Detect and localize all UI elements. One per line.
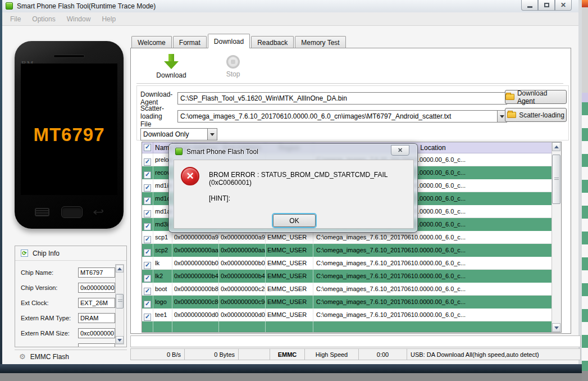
scroll-thumb[interactable] — [552, 155, 560, 204]
cell-checkbox[interactable] — [142, 296, 153, 309]
cell-location: C:\omega_images_7.6.10_20170610.0000.00_… — [313, 309, 552, 321]
scatter-file-input[interactable]: C:\omega_images_7.6.10_20170610.0000.00_… — [177, 110, 498, 123]
column-header-checkbox[interactable] — [142, 142, 153, 153]
cell-checkbox[interactable] — [142, 257, 153, 269]
mode-select[interactable]: Download Only — [140, 128, 208, 140]
tab-welcome[interactable]: Welcome — [131, 36, 172, 48]
cell-begin-address — [172, 321, 219, 333]
stop-button[interactable]: Stop — [211, 54, 256, 78]
chip-field-label: Chip Version: — [21, 284, 78, 291]
chip-field-value: 0xc0000000 — [78, 328, 115, 338]
cell-checkbox[interactable] — [142, 179, 153, 192]
chip-info-scrollbar[interactable] — [115, 264, 124, 344]
menu-item-help[interactable]: Help — [96, 15, 121, 23]
table-scrollbar[interactable] — [551, 142, 561, 332]
status-cell — [239, 349, 270, 360]
dialog-close-button[interactable]: ✕ — [391, 145, 409, 156]
phone-menu-icon — [35, 208, 49, 216]
ok-button[interactable]: OK — [273, 214, 316, 227]
titlebar[interactable]: Smart Phone Flash Tool(Runtime Trace Mod… — [2, 0, 578, 12]
cell-location: C:\omega_images_7.6.10_20170610.0000.00_… — [313, 244, 552, 257]
emmc-flash-section[interactable]: ⚙ EMMC Flash — [15, 350, 127, 363]
row-checkbox[interactable] — [144, 184, 151, 192]
chip-field-value: MT6797 — [78, 267, 115, 278]
phone-back-icon: ↩ — [93, 206, 104, 217]
cell-begin-address: 0x000000000c800000 — [172, 296, 219, 309]
row-checkbox[interactable] — [144, 275, 151, 282]
row-checkbox[interactable] — [144, 301, 151, 308]
download-button[interactable]: Download — [149, 54, 194, 79]
row-checkbox[interactable] — [144, 197, 151, 205]
cell-checkbox[interactable] — [142, 270, 153, 283]
scroll-up-button[interactable] — [116, 265, 124, 273]
menubar: FileOptionsWindowHelp — [2, 12, 578, 26]
close-button[interactable]: ✕ — [555, 0, 572, 11]
maximize-button[interactable] — [538, 0, 555, 11]
cell-name: lk — [153, 257, 172, 269]
table-row[interactable]: lk0x000000000b0000000x000000000b078d1fEM… — [142, 257, 552, 270]
table-row[interactable]: scp20x000000000aa000000x000000000aa3893f… — [142, 244, 552, 257]
cell-begin-address: 0x000000000b800000 — [172, 283, 219, 295]
error-icon: ✕ — [181, 167, 199, 185]
chip-field — [21, 343, 115, 347]
error-hint: [HINT]: — [209, 194, 230, 202]
download-agent-button[interactable]: Download Agent — [505, 90, 567, 104]
arrow-down-icon — [554, 326, 559, 329]
cell-name: boot — [153, 283, 172, 295]
select-all-checkbox[interactable] — [144, 144, 151, 151]
row-checkbox[interactable] — [144, 158, 151, 166]
row-checkbox[interactable] — [144, 249, 151, 256]
row-checkbox[interactable] — [144, 314, 151, 321]
cell-checkbox[interactable] — [142, 153, 153, 166]
table-row[interactable]: scp10x000000000a9000000x000000000a93893f… — [142, 231, 552, 244]
cell-checkbox[interactable] — [142, 309, 153, 321]
table-row[interactable]: lk20x000000000b4000000x000000000b478d1fE… — [142, 270, 552, 283]
mode-dropdown-arrow[interactable] — [208, 128, 217, 140]
row-checkbox[interactable] — [144, 171, 151, 179]
table-row[interactable]: logo0x000000000c8000000x000000000c9c394f… — [142, 296, 552, 309]
minimize-button[interactable] — [521, 0, 538, 11]
table-row[interactable]: tee10x000000000d0000000x000000000d074e9f… — [142, 309, 552, 321]
tab-memory-test[interactable]: Memory Test — [295, 36, 345, 48]
cell-checkbox[interactable] — [142, 218, 153, 231]
row-checkbox[interactable] — [144, 262, 151, 269]
chip-field: Extern RAM Type:DRAM — [21, 312, 115, 323]
tab-format[interactable]: Format — [173, 36, 207, 48]
window-bottom-border — [0, 364, 582, 373]
tab-download[interactable]: Download — [208, 34, 250, 48]
scatter-loading-button[interactable]: Scatter-loading — [505, 108, 567, 122]
cell-checkbox[interactable] — [142, 192, 153, 205]
status-bar: 0 B/s0 BytesEMMCHigh Speed0:00USB: DA Do… — [130, 348, 581, 360]
menu-item-options[interactable]: Options — [26, 15, 61, 23]
status-cell: High Speed — [305, 349, 359, 360]
progress-bar — [130, 335, 581, 347]
chip-info-header[interactable]: ⟳ Chip Info — [15, 246, 126, 261]
menu-item-window[interactable]: Window — [61, 15, 97, 23]
tab-readback[interactable]: Readback — [251, 36, 294, 48]
cell-checkbox[interactable] — [142, 244, 153, 257]
scroll-up-button[interactable] — [552, 142, 560, 151]
tab-bar: WelcomeFormatDownloadReadbackMemory Test — [131, 34, 347, 48]
row-checkbox[interactable] — [144, 288, 151, 295]
scroll-down-button[interactable] — [116, 336, 124, 344]
cell-checkbox[interactable] — [142, 283, 153, 295]
cell-checkbox[interactable] — [142, 231, 153, 243]
row-checkbox[interactable] — [144, 223, 151, 230]
row-checkbox[interactable] — [144, 210, 151, 217]
row-checkbox[interactable] — [144, 236, 151, 243]
menu-item-file[interactable]: File — [2, 15, 26, 23]
cell-checkbox[interactable] — [142, 166, 153, 179]
scroll-down-button[interactable] — [552, 323, 560, 332]
cell-location: C:\omega_images_7.6.10_20170610.0000.00_… — [313, 296, 552, 309]
error-dialog: Smart Phone Flash Tool ✕ ✕ BROM ERROR : … — [168, 143, 418, 233]
cell-name: lk2 — [153, 270, 172, 283]
chip-field-value: DRAM — [78, 313, 115, 323]
cell-end-address: 0x000000000d074e9f — [219, 309, 266, 321]
scroll-thumb[interactable] — [116, 294, 124, 309]
cell-checkbox[interactable] — [142, 321, 153, 333]
cell-begin-address: 0x000000000b000000 — [172, 257, 219, 269]
table-row[interactable] — [142, 321, 552, 333]
table-row[interactable]: boot0x000000000b8000000x000000000c260b9f… — [142, 283, 552, 296]
download-agent-input[interactable]: C:\SP_Flash_Tool_v5.1620_Win\MTK_AllInOn… — [177, 92, 507, 105]
cell-checkbox[interactable] — [142, 205, 153, 217]
